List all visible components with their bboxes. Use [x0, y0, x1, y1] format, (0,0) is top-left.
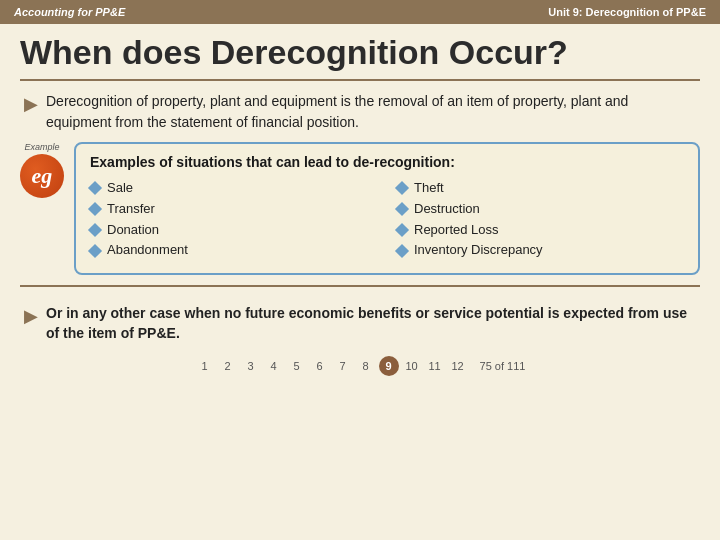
example-box: Examples of situations that can lead to …: [74, 142, 700, 275]
list-item: Inventory Discrepancy: [397, 240, 684, 261]
page-num-7[interactable]: 7: [333, 356, 353, 376]
example-box-title: Examples of situations that can lead to …: [90, 154, 684, 170]
list-item: Theft: [397, 178, 684, 199]
bullet-icon: ▶: [24, 93, 38, 115]
example-area: Example eg Examples of situations that c…: [20, 142, 700, 275]
page-num-12[interactable]: 12: [448, 356, 468, 376]
page-num-10[interactable]: 10: [402, 356, 422, 376]
list-item: Destruction: [397, 199, 684, 220]
page-num-11[interactable]: 11: [425, 356, 445, 376]
bottom-bullet-icon: ▶: [24, 305, 38, 327]
main-content: When does Derecognition Occur? ▶ Derecog…: [0, 24, 720, 350]
page-numbers: 123456789101112: [195, 356, 468, 376]
page-num-8[interactable]: 8: [356, 356, 376, 376]
example-list: SaleTransferDonationAbandonment TheftDes…: [90, 178, 684, 261]
diamond-icon: [395, 223, 409, 237]
bottom-bullet-text: Or in any other case when no future econ…: [46, 303, 696, 344]
page-num-5[interactable]: 5: [287, 356, 307, 376]
example-icon-text: eg: [32, 163, 53, 189]
list-item: Donation: [90, 220, 377, 241]
page-num-4[interactable]: 4: [264, 356, 284, 376]
pagination: 123456789101112 75 of 111: [0, 350, 720, 380]
page-num-3[interactable]: 3: [241, 356, 261, 376]
list-item: Transfer: [90, 199, 377, 220]
diamond-icon: [395, 181, 409, 195]
page-num-1[interactable]: 1: [195, 356, 215, 376]
page-num-2[interactable]: 2: [218, 356, 238, 376]
main-bullet-text: Derecognition of property, plant and equ…: [46, 91, 696, 132]
bottom-bullet-block: ▶ Or in any other case when no future ec…: [20, 295, 700, 344]
list-item: Reported Loss: [397, 220, 684, 241]
diamond-icon: [88, 181, 102, 195]
example-label: Example: [24, 142, 59, 152]
page-total: 75 of 111: [480, 360, 526, 372]
example-list-col2: TheftDestructionReported LossInventory D…: [397, 178, 684, 261]
diamond-icon: [88, 223, 102, 237]
example-icon: eg: [20, 154, 64, 198]
diamond-icon: [395, 244, 409, 258]
diamond-icon: [88, 202, 102, 216]
main-bullet-block: ▶ Derecognition of property, plant and e…: [20, 91, 700, 132]
page-num-6[interactable]: 6: [310, 356, 330, 376]
list-item: Sale: [90, 178, 377, 199]
page-title: When does Derecognition Occur?: [20, 34, 700, 71]
example-badge: Example eg: [20, 142, 64, 198]
diamond-icon: [395, 202, 409, 216]
list-item: Abandonment: [90, 240, 377, 261]
example-list-col1: SaleTransferDonationAbandonment: [90, 178, 377, 261]
bottom-divider: [20, 285, 700, 287]
header-right-label: Unit 9: Derecognition of PP&E: [548, 6, 706, 18]
page-num-9[interactable]: 9: [379, 356, 399, 376]
diamond-icon: [88, 244, 102, 258]
top-divider: [20, 79, 700, 81]
header: Accounting for PP&E Unit 9: Derecognitio…: [0, 0, 720, 24]
header-left-label: Accounting for PP&E: [14, 6, 125, 18]
